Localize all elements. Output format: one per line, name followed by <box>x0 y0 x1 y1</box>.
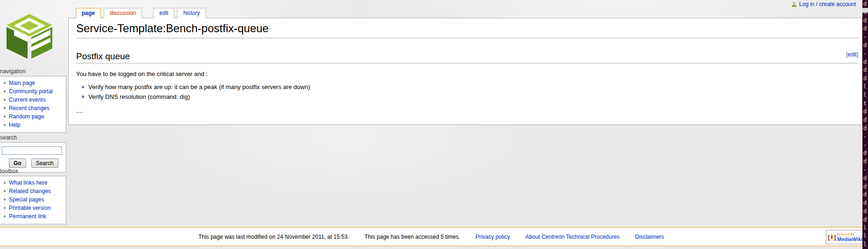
terminal-line-char: l <box>862 91 868 100</box>
terminal-line-char: d <box>862 174 868 183</box>
user-icon <box>791 1 797 7</box>
toolbox-item: What links here <box>0 179 66 187</box>
mediawiki-text: MediaWiki <box>837 237 862 242</box>
terminal-line-char: d <box>862 216 868 224</box>
terminal-line-char: d <box>862 183 868 191</box>
list-item: Verify how many postfix are up: it can b… <box>82 82 858 92</box>
centreon-logo[interactable] <box>5 14 54 60</box>
tab-history[interactable]: history <box>177 8 206 18</box>
sidebar-nav-link[interactable]: Recent changes <box>9 105 50 111</box>
portlet-navigation: navigation Main pageCommunity portalCurr… <box>0 68 66 133</box>
badge-bracket-open: [ <box>828 234 830 241</box>
portlet-search: search Go Search <box>0 134 66 173</box>
navigation-label: navigation <box>0 68 66 76</box>
square-bullet-icon <box>4 182 6 184</box>
terminal-line-char: d <box>862 116 868 124</box>
toolbox-list: What links hereRelated changesSpecial pa… <box>0 179 66 221</box>
square-bullet-icon <box>4 107 6 109</box>
section-heading: Postfix queue <box>76 51 130 62</box>
search-input[interactable] <box>2 146 62 155</box>
terminal-line-char: d <box>862 108 868 116</box>
terminal-line-char: d <box>862 149 868 158</box>
sidebar-nav-item: Community portal <box>0 87 66 96</box>
square-bullet-icon <box>82 86 84 88</box>
terminal-line-char: - <box>862 50 868 58</box>
terminal-line-char: - <box>862 33 868 42</box>
powered-by-text: Powered By <box>837 233 862 236</box>
toolbox-link[interactable]: Permanent link <box>9 213 46 220</box>
terminal-line-char: - <box>862 141 868 150</box>
square-bullet-icon <box>4 116 6 118</box>
list-item: Verify DNS resolution (command: dig) <box>82 92 858 102</box>
terminal-line-char: - <box>862 133 868 141</box>
terminal-line-char: d <box>862 158 868 166</box>
terminal-line-char: d <box>862 66 868 75</box>
square-bullet-icon <box>4 199 6 201</box>
article-content: Service-Template:Bench-postfix-queue Pos… <box>68 18 862 125</box>
sidebar-nav-item: Main page <box>0 79 66 87</box>
terminal-line-char: d <box>862 124 868 133</box>
about-link[interactable]: About Centreon Technical Procedures <box>525 234 619 240</box>
square-bullet-icon <box>4 190 6 192</box>
edit-section: [edit] <box>846 51 858 58</box>
disclaimers-link[interactable]: Disclaimers <box>635 234 664 240</box>
ellipsis-paragraph: .... <box>76 107 858 114</box>
square-bullet-icon <box>4 207 6 209</box>
toolbox-link[interactable]: Related changes <box>9 188 51 194</box>
toolbox-link[interactable]: Special pages <box>9 196 44 203</box>
intro-paragraph: You have to be logged on the critical se… <box>76 70 858 77</box>
terminal-line-char: d <box>862 42 868 50</box>
sidebar-nav-item: Current events <box>0 96 66 104</box>
toolbox-item: Permanent link <box>0 212 66 221</box>
terminal-line-char: t <box>862 100 868 108</box>
page-tabs: page discussion edit history <box>76 8 206 18</box>
tab-discussion[interactable]: discussion <box>104 8 142 18</box>
square-bullet-icon <box>4 215 6 217</box>
search-buttons: Go Search <box>0 159 66 168</box>
square-bullet-icon <box>4 99 6 101</box>
sidebar-nav-link[interactable]: Random page <box>9 113 44 120</box>
search-go-button[interactable]: Go <box>9 159 26 168</box>
mediawiki-badge[interactable]: [ ] Powered By MediaWiki <box>826 230 864 244</box>
terminal-line-char: l <box>862 241 868 249</box>
terminal-line-char: - <box>862 166 868 174</box>
page-footer: This page was last modified on 24 Novemb… <box>0 227 862 246</box>
terminal-line-char: d <box>862 58 868 67</box>
terminal-edge-notch <box>862 8 868 13</box>
sidebar-nav-link[interactable]: Help <box>9 122 21 128</box>
instruction-list: Verify how many postfix are up: it can b… <box>82 82 858 102</box>
edit-bracket-close: ] <box>857 51 858 58</box>
sidebar-nav-link[interactable]: Current events <box>9 97 46 103</box>
toolbox-item: Printable version <box>0 204 66 212</box>
toolbox-item: Special pages <box>0 195 66 204</box>
sunflower-icon <box>831 234 832 241</box>
background-terminal-window-sliver[interactable]: dddd-d-dddlltddd--dd-ddddddlll <box>862 0 868 249</box>
terminal-line-char: d <box>862 25 868 33</box>
square-bullet-icon <box>4 124 6 126</box>
terminal-line-char: d <box>862 199 868 208</box>
square-bullet-icon <box>4 82 6 84</box>
sidebar-nav-link[interactable]: Community portal <box>9 88 53 95</box>
edit-section-link[interactable]: edit <box>847 51 856 58</box>
terminal-line-char: d <box>862 208 868 216</box>
search-search-button[interactable]: Search <box>31 159 58 168</box>
sidebar-nav-link[interactable]: Main page <box>9 80 35 86</box>
sidebar-nav-item: Recent changes <box>0 104 66 112</box>
login-link[interactable]: Log in / create account <box>799 1 856 7</box>
last-modified-text: This page was last modified on 24 Novemb… <box>199 234 349 240</box>
personal-bar: Log in / create account <box>791 1 856 7</box>
terminal-line-char: d <box>862 17 868 25</box>
portlet-toolbox: toolbox What links hereRelated changesSp… <box>0 168 66 224</box>
toolbox-label: toolbox <box>0 168 66 176</box>
terminal-line-char: d <box>862 191 868 199</box>
toolbox-link[interactable]: Printable version <box>9 205 50 211</box>
terminal-line-char: d <box>862 0 868 8</box>
navigation-list: Main pageCommunity portalCurrent eventsR… <box>0 79 66 129</box>
tab-page[interactable]: page <box>76 8 101 18</box>
tab-edit[interactable]: edit <box>153 8 174 18</box>
section-heading-row: Postfix queue [edit] <box>76 51 858 63</box>
terminal-line-char: l <box>862 83 868 91</box>
toolbox-link[interactable]: What links here <box>9 180 48 186</box>
page-title: Service-Template:Bench-postfix-queue <box>76 22 858 38</box>
privacy-policy-link[interactable]: Privacy policy <box>476 234 510 240</box>
